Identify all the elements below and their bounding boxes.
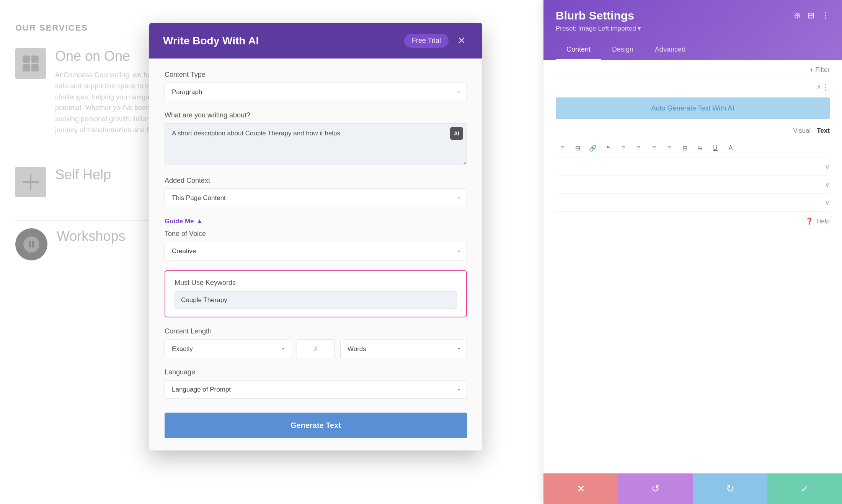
blurb-header: Blurb Settings ⊕ ⊞ ⋮ Preset: Image Left … [543,0,842,60]
chevron-down-icon-4[interactable]: ∨ [825,198,830,207]
content-type-label: Content Type [165,71,467,79]
keywords-section: Must Use Keywords [165,270,467,317]
ai-modal-body: Content Type Paragraph What are you writ… [149,59,482,450]
filter-bar: + Filter [556,60,830,78]
editor-toolbar: ≡ ⊟ 🔗 ❝ ≡ ≡ ≡ ≡ ⊞ S̶ U A [556,138,830,158]
text-toggle[interactable]: Text [817,127,830,135]
added-context-label: Added Context [165,177,467,185]
language-label: Language [165,368,467,376]
ai-writing-modal: Write Body With AI Free Trial ✕ Content … [149,23,482,450]
collapse-row-1: ∧ ⋮ [556,78,830,98]
free-trial-badge: Free Trial [404,34,449,48]
toolbar-ordered-list[interactable]: ⊟ [571,141,584,154]
collapse-row-3: ∨ [556,176,830,194]
workshops-icon [15,228,47,260]
grid-icon[interactable]: ⊞ [808,11,814,21]
ai-modal-title: Write Body With AI [163,35,259,47]
language-group: Language Language of Prompt [165,368,467,399]
more-options-icon[interactable]: ⋮ [821,83,830,93]
help-label: Help [816,218,830,225]
ai-modal-header-right: Free Trial ✕ [404,34,468,48]
ai-corner-icon: AI [450,127,463,140]
content-length-group: Content Length Exactly Words [165,327,467,358]
help-row: ❓ Help [556,212,830,231]
auto-generate-button[interactable]: Auto Generate Text With AI [556,98,830,119]
svg-rect-1 [31,55,39,63]
tab-design[interactable]: Design [601,40,644,60]
blurb-title: Blurb Settings [556,9,634,22]
toolbar-text-color[interactable]: A [724,141,737,154]
count-input[interactable] [297,339,335,358]
tone-label: Tone of Voice [165,230,467,238]
words-select[interactable]: Words [340,340,467,358]
more-icon[interactable]: ⋮ [821,11,830,21]
svg-rect-3 [31,64,39,72]
guide-me-link[interactable]: Guide Me ▲ [165,217,203,225]
ai-modal-header: Write Body With AI Free Trial ✕ [149,23,482,59]
writing-about-wrapper: A short description about Couple Therapy… [165,123,467,167]
help-icon: ❓ [805,217,813,225]
bottom-action-bar: ✕ ↺ ↻ ✓ [543,473,842,504]
one-on-one-icon [15,48,46,79]
writing-about-label: What are you writing about? [165,111,467,119]
collapse-row-2: ∨ [556,158,830,176]
toolbar-align-left[interactable]: ≡ [617,141,630,154]
filter-button[interactable]: + Filter [810,66,830,74]
blurb-settings-panel: Blurb Settings ⊕ ⊞ ⋮ Preset: Image Left … [543,0,842,504]
redo-button[interactable]: ↻ [693,473,767,504]
language-select[interactable]: Language of Prompt [165,380,467,399]
added-context-select[interactable]: This Page Content [165,189,467,207]
toolbar-align-center[interactable]: ≡ [632,141,645,154]
exactly-select[interactable]: Exactly [165,340,291,358]
toolbar-underline[interactable]: U [709,141,722,154]
toolbar-unordered-list[interactable]: ≡ [556,141,569,154]
self-help-title: Self Help [55,167,111,183]
chevron-down-icon-2[interactable]: ∨ [825,163,830,171]
writing-about-textarea[interactable]: A short description about Couple Therapy… [165,123,467,165]
cancel-button[interactable]: ✕ [543,473,618,504]
content-length-row: Exactly Words [165,339,467,358]
tone-group: Tone of Voice Creative [165,230,467,260]
visual-toggle[interactable]: Visual [793,127,811,135]
close-modal-button[interactable]: ✕ [455,34,468,48]
chevron-down-icon-3[interactable]: ∨ [825,180,830,189]
content-type-group: Content Type Paragraph [165,71,467,101]
undo-button[interactable]: ↺ [618,473,693,504]
keywords-label: Must Use Keywords [175,279,457,287]
tone-select[interactable]: Creative [165,242,467,260]
toolbar-align-justify[interactable]: ≡ [663,141,676,154]
svg-rect-0 [23,55,30,63]
blurb-preset[interactable]: Preset: Image Left imported ▾ [556,24,830,33]
tab-content[interactable]: Content [556,40,601,60]
toolbar-table[interactable]: ⊞ [678,141,691,154]
self-help-content: Self Help [55,167,111,188]
target-icon[interactable]: ⊕ [794,11,801,21]
blurb-header-icons: ⊕ ⊞ ⋮ [794,11,830,21]
guide-me-arrow-icon: ▲ [196,217,203,225]
blurb-content: + Filter ∧ ⋮ Auto Generate Text With AI … [543,60,842,503]
chevron-up-icon[interactable]: ∧ [816,83,821,93]
blurb-header-top: Blurb Settings ⊕ ⊞ ⋮ [556,9,830,22]
toolbar-align-right[interactable]: ≡ [648,141,661,154]
content-length-label: Content Length [165,327,467,335]
workshops-title: Workshops [57,228,125,244]
added-context-group: Added Context This Page Content [165,177,467,207]
visual-text-toggle: Visual Text [556,123,830,138]
generate-text-button[interactable]: Generate Text [165,413,467,438]
toolbar-quote[interactable]: ❝ [602,141,615,154]
collapse-row-4: ∨ [556,194,830,212]
toolbar-link[interactable]: 🔗 [586,141,599,154]
toolbar-strikethrough[interactable]: S̶ [694,141,707,154]
self-help-icon [15,167,46,197]
confirm-button[interactable]: ✓ [767,473,842,504]
guide-me-label: Guide Me [165,218,194,225]
svg-rect-2 [23,64,30,72]
keywords-input[interactable] [175,291,457,309]
workshops-content: Workshops [57,228,125,250]
tab-advanced[interactable]: Advanced [644,40,696,60]
writing-about-group: What are you writing about? A short desc… [165,111,467,167]
content-type-select[interactable]: Paragraph [165,83,467,101]
blurb-tabs: Content Design Advanced [556,40,830,60]
